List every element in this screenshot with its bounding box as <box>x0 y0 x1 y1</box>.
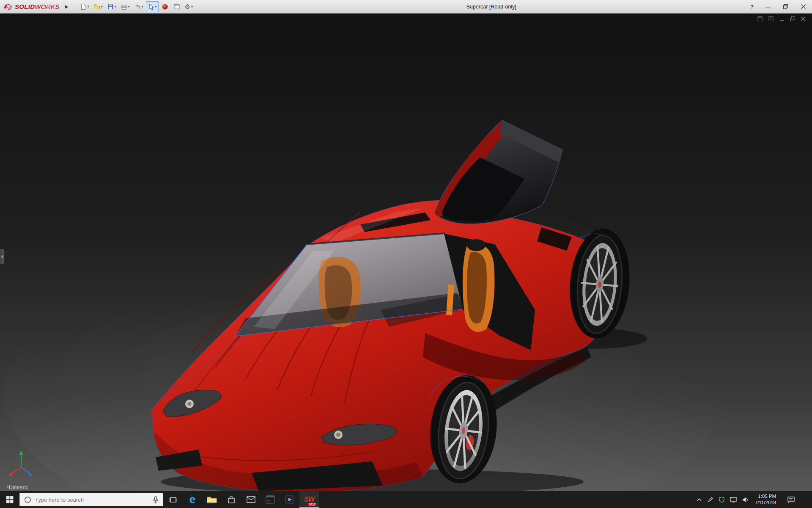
appearance-sphere-icon <box>162 3 168 10</box>
panel-flyout-tab[interactable] <box>0 249 4 264</box>
viewport-minimize-button[interactable] <box>779 16 785 22</box>
select-cursor-icon <box>148 3 154 10</box>
dropdown-arrow: ▾ <box>155 5 157 8</box>
supercar-model-scene <box>0 14 812 491</box>
select-tool-button[interactable]: ▾ <box>146 1 159 12</box>
appearance-button[interactable] <box>159 1 170 12</box>
viewport-restore-button[interactable] <box>790 16 796 22</box>
view-orientation-label: *Dimetric <box>7 485 28 491</box>
minimize-icon <box>765 4 770 9</box>
undo-button[interactable]: ▾ <box>132 1 145 12</box>
dropdown-arrow: ▾ <box>128 5 130 8</box>
dropdown-arrow: ▾ <box>142 5 143 8</box>
taskbar-clock[interactable]: 1:05 PM 7/11/2018 <box>754 493 777 506</box>
microphone-icon[interactable] <box>153 496 159 503</box>
search-input[interactable] <box>35 497 149 503</box>
flyout-arrow-icon <box>0 255 3 258</box>
z-axis <box>21 467 30 473</box>
new-document-icon <box>80 3 87 10</box>
print-button[interactable]: ▾ <box>119 1 132 12</box>
console-icon: >_ <box>266 495 275 504</box>
volume-icon[interactable] <box>742 497 749 502</box>
desktop-screen: SOLIDWORKS ▶ ▾ ▾ <box>0 0 812 508</box>
gear-icon: ⚙ <box>185 3 190 10</box>
viewport-newwindow-icon[interactable] <box>757 16 763 22</box>
save-button[interactable]: ▾ <box>105 1 118 12</box>
solidworks-icon: SW 2017 <box>303 493 315 506</box>
open-folder-icon <box>93 3 100 10</box>
clock-time: 1:05 PM <box>755 493 776 500</box>
file-properties-icon <box>173 3 180 10</box>
hidden-icons-chevron[interactable] <box>697 498 702 502</box>
taskbar-search[interactable] <box>19 493 163 506</box>
print-icon <box>121 3 127 10</box>
media-app-icon <box>285 495 294 504</box>
menu-expand-arrow[interactable]: ▶ <box>63 2 71 11</box>
restore-icon <box>783 4 788 9</box>
help-button[interactable]: ? <box>745 0 759 13</box>
pen-tray-icon[interactable] <box>708 497 713 502</box>
taskbar-edge[interactable]: e <box>183 491 202 508</box>
store-bag-icon <box>227 495 236 504</box>
taskbar-mail[interactable] <box>241 491 261 508</box>
orientation-triad[interactable] <box>7 450 37 480</box>
graphics-viewport[interactable]: *Dimetric <box>0 14 812 491</box>
taskbar-media-app[interactable] <box>280 491 299 508</box>
action-center-icon <box>787 497 795 503</box>
svg-text:>_: >_ <box>267 499 272 502</box>
viewport-tile-icon[interactable] <box>768 16 774 22</box>
ds-logo-icon <box>3 3 13 11</box>
security-shield-icon[interactable] <box>719 497 724 502</box>
dropdown-arrow: ▾ <box>101 5 103 8</box>
restore-button[interactable] <box>776 0 794 13</box>
document-title: Supercar [Read-only] <box>466 4 516 10</box>
file-properties-button[interactable] <box>171 1 182 12</box>
action-center-button[interactable] <box>782 497 799 503</box>
taskbar-file-explorer[interactable] <box>202 491 222 508</box>
minimize-button[interactable] <box>759 0 776 13</box>
dropdown-arrow: ▾ <box>191 5 193 8</box>
taskbar-console[interactable]: >_ <box>261 491 280 508</box>
close-icon <box>801 4 806 9</box>
windows-taskbar: e >_ <box>0 491 812 508</box>
cortana-icon <box>24 496 31 503</box>
solidworks-logo[interactable]: SOLIDWORKS <box>0 0 63 13</box>
mail-envelope-icon <box>247 496 255 503</box>
open-button[interactable]: ▾ <box>92 1 104 12</box>
logo-text: SOLIDWORKS <box>15 3 60 10</box>
task-view-button[interactable] <box>163 491 183 508</box>
windows-logo-icon <box>6 496 14 503</box>
new-document-button[interactable]: ▾ <box>78 1 91 12</box>
start-button[interactable] <box>0 491 19 508</box>
save-floppy-icon <box>107 3 114 10</box>
network-icon[interactable] <box>730 497 737 502</box>
viewport-close-button[interactable] <box>801 16 806 22</box>
edge-icon: e <box>189 494 195 505</box>
clock-date: 7/11/2018 <box>755 500 776 506</box>
window-controls: ? <box>745 0 812 13</box>
x-axis <box>11 467 21 474</box>
system-tray: 1:05 PM 7/11/2018 <box>692 491 812 508</box>
taskbar-solidworks[interactable]: SW 2017 <box>299 491 319 508</box>
dropdown-arrow: ▾ <box>115 5 116 8</box>
titlebar: SOLIDWORKS ▶ ▾ ▾ <box>0 0 812 14</box>
file-explorer-icon <box>207 495 217 504</box>
options-button[interactable]: ⚙ ▾ <box>183 1 195 12</box>
close-button[interactable] <box>794 0 812 13</box>
task-view-icon <box>169 496 177 503</box>
document-window-controls <box>757 16 806 22</box>
quick-toolbar: ▾ ▾ ▾ ▾ <box>78 0 195 13</box>
dropdown-arrow: ▾ <box>88 5 89 8</box>
taskbar-store[interactable] <box>222 491 241 508</box>
undo-icon <box>134 3 141 10</box>
